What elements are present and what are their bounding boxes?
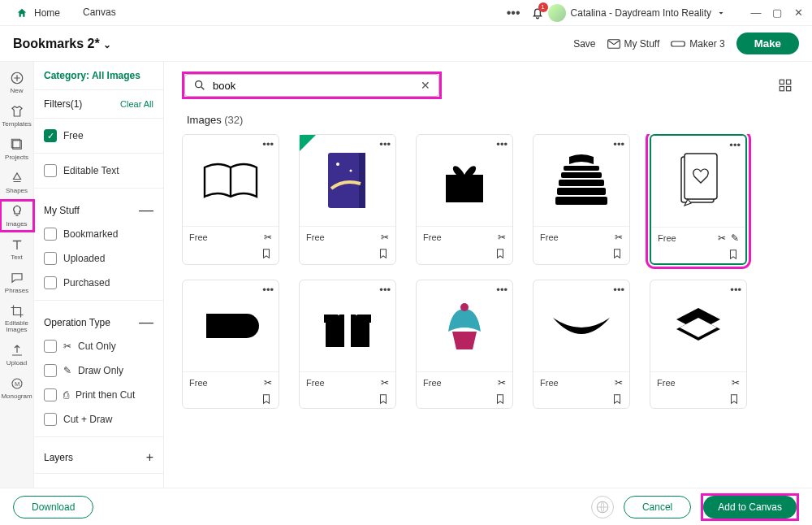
search-box[interactable]: ✕	[184, 74, 439, 97]
rail-templates[interactable]: Templates	[0, 100, 34, 132]
cancel-button[interactable]: Cancel	[624, 496, 691, 518]
image-card[interactable]: ••• Free✂	[533, 280, 630, 409]
rail-phrases[interactable]: Phrases	[0, 267, 34, 298]
rail-projects[interactable]: Projects	[0, 133, 34, 165]
filter-print-cut[interactable]: ⎙Print then Cut	[34, 383, 163, 407]
image-card[interactable]: ••• Free✂	[182, 280, 279, 409]
tab-canvas[interactable]: Canvas	[73, 2, 126, 24]
results-label: Images	[187, 114, 222, 126]
user-menu[interactable]: Catalina - Daydream Into Reality	[548, 4, 726, 22]
card-menu[interactable]: •••	[496, 138, 508, 150]
save-button[interactable]: Save	[573, 38, 595, 50]
download-button[interactable]: Download	[13, 496, 93, 518]
image-card[interactable]: ••• Free✂	[299, 134, 396, 265]
checkbox-checked-icon[interactable]	[44, 129, 57, 142]
svg-point-14	[336, 163, 339, 166]
filter-uploaded-label: Uploaded	[63, 253, 105, 264]
checkbox-icon[interactable]	[44, 228, 57, 241]
card-menu[interactable]: •••	[262, 284, 274, 296]
checkbox-icon[interactable]	[44, 364, 57, 377]
rail-monogram[interactable]: M Monogram	[0, 372, 34, 404]
titlebar: Home Canvas ••• 1 Catalina - Daydream In…	[0, 0, 812, 26]
image-card[interactable]: ••• Free✂	[416, 280, 513, 409]
make-button[interactable]: Make	[736, 33, 799, 54]
tab-home-label: Home	[34, 7, 60, 19]
filter-uploaded[interactable]: Uploaded	[34, 246, 163, 271]
category-label[interactable]: Category: All Images	[34, 62, 163, 90]
bookmark-icon[interactable]	[495, 248, 506, 259]
add-to-canvas-button[interactable]: Add to Canvas	[703, 496, 797, 518]
tab-home[interactable]: Home	[5, 1, 70, 25]
card-price: Free	[189, 232, 208, 242]
expand-icon: +	[146, 450, 153, 465]
filter-free[interactable]: Free	[34, 124, 163, 148]
bookmark-icon[interactable]	[611, 248, 623, 259]
card-menu[interactable]: •••	[613, 284, 624, 296]
section-layers[interactable]: Layers+	[34, 442, 163, 468]
machine-selector[interactable]: Maker 3	[671, 38, 724, 50]
filter-cut-draw[interactable]: Cut + Draw	[34, 407, 163, 432]
section-mystuff[interactable]: My Stuff —	[34, 193, 163, 222]
window-minimize[interactable]: —	[747, 4, 765, 22]
bookmark-icon[interactable]	[261, 248, 272, 259]
image-card[interactable]: ••• Free✂	[182, 134, 279, 265]
checkbox-icon[interactable]	[44, 164, 57, 177]
notifications-button[interactable]: 1	[530, 6, 545, 20]
add-to-canvas-label: Add to Canvas	[718, 501, 782, 513]
section-operation[interactable]: Operation Type —	[34, 306, 163, 334]
section-project-type[interactable]: Project Type+	[34, 479, 163, 488]
grid-view-button[interactable]	[776, 76, 794, 94]
monogram-icon: M	[10, 376, 24, 391]
card-menu[interactable]: •••	[379, 138, 391, 150]
image-card[interactable]: ••• Free✂	[533, 134, 630, 265]
bookmark-icon[interactable]	[728, 393, 740, 405]
results-grid[interactable]: ••• Free✂ ••• Free✂	[182, 134, 794, 415]
bookmark-icon[interactable]	[261, 393, 272, 405]
window-close[interactable]: ✕	[789, 4, 807, 22]
bookmark-icon[interactable]	[728, 249, 739, 260]
card-menu[interactable]: •••	[729, 139, 741, 151]
card-menu[interactable]: •••	[730, 284, 741, 296]
section-operation-label: Operation Type	[44, 317, 110, 328]
window-maximize[interactable]: ▢	[768, 4, 786, 22]
bookmark-icon[interactable]	[378, 393, 389, 405]
card-menu[interactable]: •••	[379, 284, 391, 296]
card-menu[interactable]: •••	[613, 138, 624, 150]
rail-new[interactable]: New	[0, 67, 34, 98]
search-input[interactable]	[213, 80, 414, 92]
filter-editable-text[interactable]: Editable Text	[34, 158, 163, 183]
info-button[interactable]	[591, 496, 614, 518]
checkbox-icon[interactable]	[44, 388, 57, 401]
checkbox-icon[interactable]	[44, 340, 57, 353]
rail-text[interactable]: Text	[0, 233, 34, 265]
mystuff-link[interactable]: My Stuff	[607, 38, 660, 50]
filter-print-cut-label: Print then Cut	[76, 389, 135, 401]
rail-images[interactable]: Images	[0, 200, 34, 232]
checkbox-icon[interactable]	[44, 413, 57, 426]
mail-icon	[607, 39, 620, 49]
project-title[interactable]: Bookmarks 2* ⌄	[13, 37, 111, 51]
clear-search-icon[interactable]: ✕	[421, 79, 430, 92]
rail-shapes[interactable]: Shapes	[0, 167, 34, 198]
filter-bookmarked[interactable]: Bookmarked	[34, 222, 163, 246]
image-card[interactable]: ••• Free✂	[650, 280, 747, 409]
rail-editable[interactable]: Editable Images	[0, 300, 34, 337]
thumb-purple-book: •••	[300, 135, 395, 226]
filter-purchased[interactable]: Purchased	[34, 271, 163, 295]
clear-all-button[interactable]: Clear All	[120, 99, 153, 109]
bookmark-icon[interactable]	[611, 393, 623, 405]
card-menu[interactable]: •••	[262, 138, 274, 150]
overflow-menu[interactable]: •••	[500, 6, 527, 20]
checkbox-icon[interactable]	[44, 252, 57, 265]
card-menu[interactable]: •••	[496, 284, 508, 296]
bookmark-icon[interactable]	[495, 393, 506, 405]
image-card-selected[interactable]: ••• Free✂✎	[650, 134, 747, 265]
image-card[interactable]: ••• Free✂	[416, 134, 513, 265]
checkbox-icon[interactable]	[44, 276, 57, 289]
image-card[interactable]: ••• Free✂	[299, 280, 396, 409]
card-price: Free	[658, 233, 676, 243]
filter-cut-only[interactable]: ✂Cut Only	[34, 334, 163, 358]
rail-upload[interactable]: Upload	[0, 339, 34, 371]
bookmark-icon[interactable]	[378, 248, 389, 259]
filter-draw-only[interactable]: ✎Draw Only	[34, 358, 163, 383]
